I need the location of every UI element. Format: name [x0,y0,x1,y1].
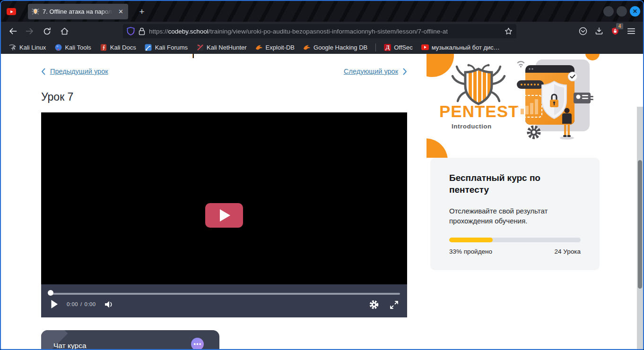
minimize-button[interactable] [603,6,614,17]
scrollbar-thumb[interactable] [638,160,642,289]
clipped-page-text [192,54,194,58]
kali-nethunter-icon [196,43,204,51]
bookmark-label: Kali Forums [155,44,188,51]
course-progress-card: Бесплатный курс по пентесту Отслеживайте… [430,158,600,270]
player-controls-left: 0:00 / 0:00 [51,299,113,309]
kali-dragon-icon [9,43,17,51]
bookmark-kali-nethunter[interactable]: Kali NetHunter [193,43,250,52]
youtube-icon [421,44,429,50]
tab-active-lesson[interactable]: 7. Offline атака на пароли ✕ [28,4,128,19]
seek-handle[interactable] [48,290,53,296]
url-bar[interactable]: https://codeby.school/training/view/urok… [123,24,516,38]
player-controls-right [369,299,399,310]
bookmark-offsec[interactable]: Д OffSec [381,43,416,52]
big-play-button[interactable] [205,203,243,228]
lesson-title: Урок 7 [41,91,73,103]
maximize-button[interactable] [617,6,627,17]
navigation-toolbar: https://codeby.school/training/view/urok… [1,22,643,41]
downloads-icon[interactable] [591,24,607,39]
chat-bubble-icon[interactable] [190,337,205,350]
chevron-left-icon [41,68,45,75]
tracking-protection-shield-icon[interactable] [127,27,135,35]
course-progress-fill [449,238,493,242]
next-lesson-link[interactable]: Следующий урок [344,68,407,75]
progress-percent-label: 33% пройдено [449,248,492,255]
url-scheme: https:// [149,28,168,35]
bookmark-kali-linux[interactable]: Kali Linux [6,43,49,52]
bookmark-label: Kali Docs [110,44,136,51]
bookmark-label: Kali NetHunter [207,44,247,51]
new-tab-button[interactable]: + [136,6,148,17]
window-controls: ✕ [602,6,640,17]
pentest-subtitle-text: Introduction [452,123,492,130]
bookmarks-separator [375,43,376,51]
tab-title: 7. Offline атака на пароли [43,8,114,15]
browser-window: 7. Offline атака на пароли ✕ + ✕ [0,0,644,350]
play-icon[interactable] [51,299,58,309]
forward-button[interactable] [22,24,37,39]
kali-docs-icon [100,43,107,51]
adblock-extension-icon[interactable]: 4 [607,24,623,39]
bookmark-label: Google Hacking DB [313,44,367,51]
url-text[interactable]: https://codeby.school/training/view/urok… [149,28,501,35]
orange-circle-decoration [426,138,448,158]
course-progress-labels: 33% пройдено 24 Урока [449,248,581,255]
course-chat-title: Чат курса [53,341,87,350]
youtube-icon[interactable] [7,8,16,15]
video-player: 0:00 / 0:00 [41,112,407,317]
toolbar-right-icons: 4 [575,24,639,39]
close-button[interactable]: ✕ [630,6,640,17]
pentest-brand-text: PENTEST [439,102,519,121]
back-button[interactable] [5,24,20,39]
bookmark-kali-tools[interactable]: Kali Tools [51,43,94,52]
time-display: 0:00 / 0:00 [67,301,96,307]
time-current: 0:00 [67,301,78,307]
reload-button[interactable] [39,24,54,39]
bookmark-label: OffSec [394,44,413,51]
bookmark-label: музыкальный бот дис… [432,44,500,51]
home-button[interactable] [57,24,72,39]
exploit-db-icon [255,43,263,51]
course-card-description: Отслеживайте свой результат прохождения … [449,206,572,226]
course-card-title: Бесплатный курс по пентесту [449,172,567,196]
previous-lesson-label: Предыдущий урок [50,68,108,75]
course-progress-bar [449,238,581,242]
bookmark-label: Kali Tools [65,44,91,51]
chevron-right-icon [403,68,407,75]
lock-icon [139,27,145,35]
page-scrollbar[interactable] [637,107,643,350]
fullscreen-icon[interactable] [390,300,399,309]
codeby-favicon-icon [32,8,39,16]
tab-close-icon[interactable]: ✕ [117,8,124,16]
seek-bar[interactable] [50,293,400,295]
bookmark-google-hacking-db[interactable]: Google Hacking DB [300,43,371,52]
bookmark-music-bot[interactable]: музыкальный бот дис… [418,43,503,52]
lessons-count-label: 24 Урока [555,248,581,255]
bookmark-exploit-db[interactable]: Exploit-DB [252,43,298,52]
video-screen[interactable] [41,112,407,284]
previous-lesson-link[interactable]: Предыдущий урок [41,68,108,75]
tab-bar: 7. Offline атака на пароли ✕ + ✕ [1,1,643,22]
url-host: codeby.school [168,28,209,35]
bookmark-label: Kali Linux [19,44,46,51]
course-chat-card[interactable]: Чат курса [41,330,219,350]
bookmark-star-icon[interactable] [505,27,513,35]
bookmarks-toolbar: Kali Linux Kali Tools Kali Docs Kali For… [1,41,643,54]
kali-forums-icon [145,43,152,51]
page-content: Предыдущий урок Следующий урок Урок 7 0:… [1,54,643,350]
pocket-icon[interactable] [575,24,591,39]
extension-badge: 4 [616,23,623,29]
kali-tools-icon [54,43,62,51]
url-path: /training/view/uroki-po-auditu-bezopasno… [209,28,448,35]
google-hacking-db-icon [303,43,311,51]
lesson-navigation: Предыдущий урок Следующий урок [41,66,407,77]
bookmark-kali-forums[interactable]: Kali Forums [141,43,191,52]
course-banner: PENTEST Introduction [426,54,600,158]
bookmark-label: Exploit-DB [266,44,295,51]
player-controls: 0:00 / 0:00 [41,284,407,317]
settings-gear-icon[interactable] [369,299,379,310]
menu-hamburger-icon[interactable] [623,24,639,39]
course-banner-illustration [517,56,593,145]
bookmark-kali-docs[interactable]: Kali Docs [96,43,139,52]
volume-icon[interactable] [104,300,113,308]
